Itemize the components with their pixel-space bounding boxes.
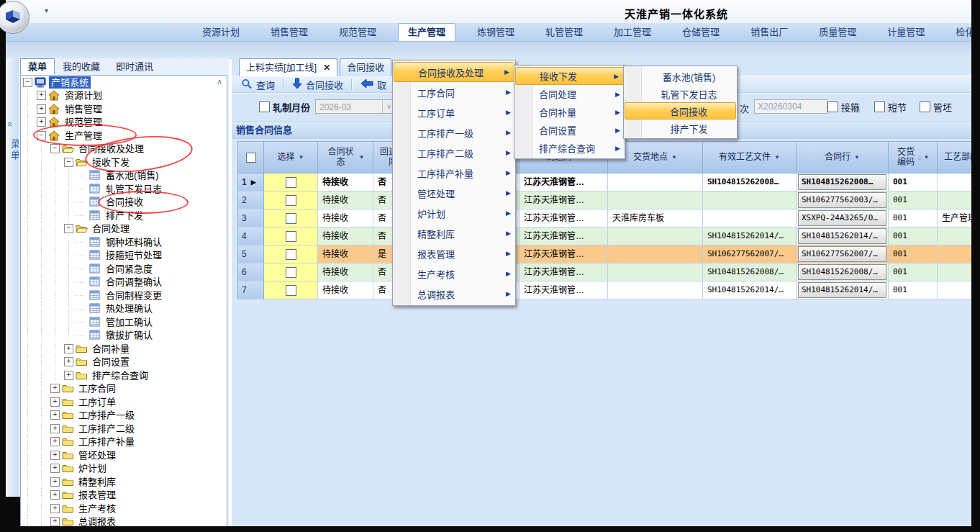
cell-line[interactable]: SH104815262014/…	[797, 281, 889, 299]
contract-line-button[interactable]: SH104815262008/…	[798, 264, 886, 280]
cell-line[interactable]: XSXPQ-24A3265/0…	[797, 209, 889, 227]
collapse-icon[interactable]: −	[64, 158, 73, 167]
tree-item-11[interactable]: −合同处理	[21, 222, 227, 236]
expand-icon[interactable]: +	[64, 371, 73, 380]
collapse-icon[interactable]: −	[64, 224, 73, 233]
menu-production-item-4[interactable]: 工序排产一级▶	[393, 122, 515, 143]
sidebar-tab-menu[interactable]: 菜单	[20, 58, 55, 75]
contract-line-button[interactable]: SH104815262008…	[798, 174, 886, 190]
row-checkbox[interactable]	[286, 249, 296, 260]
menu-receive-process-item-2[interactable]: 合同处理▶	[514, 85, 625, 103]
tree-item-12[interactable]: 钢种坯料确认	[21, 235, 227, 249]
tree-item-33[interactable]: +总调报表	[21, 515, 227, 527]
tree-item-21[interactable]: +合同设置	[21, 356, 227, 369]
expand-icon[interactable]: +	[50, 384, 60, 393]
menu-production-item-8[interactable]: 炉计划▶	[393, 203, 515, 223]
filter-funnel-icon[interactable]: ▼	[924, 154, 930, 161]
tree-item-22[interactable]: +排产综合查询	[21, 369, 227, 382]
column-header-state[interactable]: 合同状态▼	[318, 142, 373, 173]
filter-funnel-icon[interactable]: ▼	[854, 154, 860, 161]
column-header-dept[interactable]: 工艺部门	[938, 142, 971, 173]
menu-production-item-9[interactable]: 精整利库▶	[393, 223, 515, 243]
expand-icon[interactable]: +	[50, 477, 60, 487]
menu-bar-item-10[interactable]: 质量管理	[809, 23, 866, 41]
menu-production-item-1[interactable]: 合同接收及处理▶	[394, 62, 514, 82]
menu-bar-item-9[interactable]: 销售出厂	[741, 23, 797, 41]
expand-icon[interactable]: +	[50, 397, 60, 407]
menu-bar-item-1[interactable]: 资源计划	[193, 23, 249, 41]
row-checkbox[interactable]	[286, 285, 296, 296]
expand-icon[interactable]: +	[37, 91, 46, 100]
tab-contract-receive[interactable]: 合同接收	[340, 58, 391, 76]
tree-item-29[interactable]: +炉计划	[21, 462, 227, 476]
column-header-select[interactable]: 选择▼	[264, 142, 318, 173]
menu-receive-process-item-4[interactable]: 合同设置▶	[514, 121, 625, 139]
tree-item-0[interactable]: −产销系统	[21, 76, 227, 89]
tree-item-15[interactable]: 合同调整确认	[21, 276, 227, 289]
cell-select[interactable]	[264, 263, 318, 281]
contract-line-button[interactable]: SH104815262014/…	[798, 282, 886, 298]
expand-icon[interactable]: +	[50, 464, 60, 473]
table-row[interactable]: 1▶待接收否江苏天淮钢管…SH104815262008…SH1048152620…	[238, 173, 971, 191]
menu-production-item-7[interactable]: 管坯处理▶	[393, 183, 515, 203]
scroll-up-icon[interactable]: ∧	[214, 77, 224, 87]
rolling-month-combobox[interactable]: 2026-03 ∨	[315, 99, 396, 114]
table-row[interactable]: 2待接收否江苏天淮钢管…SH106277562003/…001	[238, 191, 971, 209]
collapse-icon[interactable]: −	[50, 144, 60, 153]
expand-icon[interactable]: +	[37, 117, 46, 127]
cell-line[interactable]: SH106277562007/…	[797, 245, 889, 263]
expand-icon[interactable]: +	[50, 490, 60, 500]
sidebar-tab-favorites[interactable]: 我的收藏	[55, 58, 108, 75]
cell-select[interactable]	[264, 173, 318, 191]
quick-access-arrow-icon[interactable]: ▾	[45, 6, 48, 14]
cell-select[interactable]	[264, 245, 318, 263]
tree-item-30[interactable]: +精整利库	[21, 475, 227, 489]
filter-funnel-icon[interactable]: ▼	[671, 154, 677, 161]
column-header-rownum[interactable]	[238, 142, 264, 173]
tree-item-24[interactable]: +工序订单	[21, 395, 227, 409]
tree-item-18[interactable]: 管加工确认	[21, 315, 227, 329]
tree-item-13[interactable]: 接箍短节处理	[21, 249, 227, 263]
menu-bar-item-6[interactable]: 轧管管理	[536, 23, 592, 41]
menu-receive-send-item-1[interactable]: 蓄水池(销售)	[624, 68, 737, 85]
coupling-checkbox[interactable]	[827, 102, 838, 112]
cell-line[interactable]: SH106277562003/…	[797, 191, 889, 209]
menu-production-item-3[interactable]: 工序订单▶	[393, 102, 515, 122]
tree-item-14[interactable]: 合同紧急度	[21, 262, 227, 276]
expand-icon[interactable]: +	[50, 504, 60, 513]
tree-item-28[interactable]: +管坯处理	[21, 448, 227, 462]
expand-icon[interactable]: +	[64, 344, 73, 353]
filter-funnel-icon[interactable]: ▼	[299, 154, 304, 161]
tree-item-25[interactable]: +工序排产一级	[21, 409, 227, 423]
tree-item-20[interactable]: +合同补量	[21, 342, 227, 356]
contract-receive-button[interactable]: 合同接收	[289, 77, 347, 92]
table-row[interactable]: 7待接收否江苏天淮钢管…SH104815262014/…SH1048152620…	[238, 281, 971, 299]
tube-billet-checkbox[interactable]	[920, 102, 930, 112]
tree-item-19[interactable]: 镦拔扩确认	[21, 329, 227, 343]
menu-receive-process-item-3[interactable]: 合同补量▶	[514, 103, 625, 121]
filter-funnel-icon[interactable]: ▼	[774, 154, 780, 161]
expand-icon[interactable]: +	[50, 451, 60, 460]
contract-line-button[interactable]: XSXPQ-24A3265/0…	[798, 210, 886, 226]
select-all-checkbox[interactable]	[246, 153, 256, 163]
expand-icon[interactable]: +	[64, 357, 73, 366]
tree-item-26[interactable]: +工序排产二级	[21, 422, 227, 436]
row-checkbox[interactable]	[286, 195, 296, 206]
cell-line[interactable]: SH104815262008/…	[797, 263, 889, 281]
query-button[interactable]: 查询	[237, 77, 278, 92]
cell-select[interactable]	[264, 227, 318, 245]
menu-bar-item-11[interactable]: 计量管理	[878, 23, 934, 41]
column-header-line[interactable]: 合同行▼	[797, 142, 889, 173]
cell-line[interactable]: SH104815262008…	[797, 173, 889, 191]
tree-item-16[interactable]: 合同制程变更	[21, 289, 227, 302]
tree-item-17[interactable]: 热处理确认	[21, 302, 227, 316]
pup-joint-checkbox[interactable]	[874, 102, 885, 112]
expand-icon[interactable]: +	[50, 424, 60, 433]
menu-bar-item-3[interactable]: 规范管理	[330, 23, 386, 41]
expand-icon[interactable]: +	[37, 104, 46, 114]
tree-item-31[interactable]: +报表管理	[21, 489, 227, 502]
table-row[interactable]: 5待接收是江苏天淮钢管…SH106277562007/…SH1062775620…	[238, 245, 971, 263]
tree-item-27[interactable]: +工序排产补量	[21, 436, 227, 449]
menu-production-item-2[interactable]: 工序合同▶	[393, 82, 515, 102]
table-row[interactable]: 4待接收否江苏天淮钢管…SH104815262014/…SH1048152620…	[238, 227, 971, 245]
